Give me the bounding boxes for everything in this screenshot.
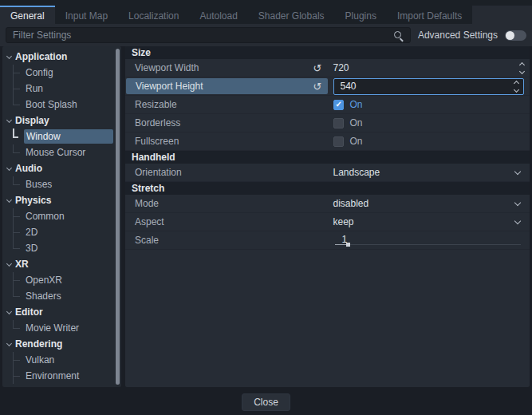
sidebar-item-rendering[interactable]: Rendering	[2, 336, 115, 352]
fullscreen-checkbox[interactable]	[333, 136, 344, 147]
sidebar-item-3d[interactable]: 3D	[2, 240, 115, 256]
sidebar-item-2d[interactable]: 2D	[2, 224, 115, 240]
tree-child-label: Boot Splash	[26, 99, 77, 110]
setting-label-cell: Resizable	[125, 96, 328, 113]
spinner-icon[interactable]	[514, 81, 518, 92]
revert-icon[interactable]: ↺	[313, 81, 322, 92]
advanced-settings-label: Advanced Settings	[418, 30, 498, 41]
sidebar-item-run[interactable]: Run	[2, 81, 115, 97]
tree-child-label: Config	[26, 67, 53, 78]
stretch-mode-dropdown[interactable]: disabled	[328, 195, 530, 212]
setting-row-fullscreen: Fullscreen On	[125, 132, 530, 151]
tree-root-label: Editor	[15, 306, 43, 318]
chevron-down-icon[interactable]	[6, 196, 12, 202]
setting-label: Fullscreen	[135, 136, 179, 147]
scale-slider[interactable]: 1	[333, 231, 523, 249]
section-header-size: Size	[125, 46, 530, 59]
tree-child-label: 3D	[26, 243, 37, 254]
dropdown-value: disabled	[333, 198, 369, 209]
slider-track[interactable]	[335, 244, 522, 245]
sidebar-item-environment[interactable]: Environment	[2, 368, 115, 384]
orientation-dropdown[interactable]: Landscape	[328, 164, 530, 181]
viewport-height-input[interactable]	[336, 80, 384, 93]
sidebar-item-movie-writer[interactable]: Movie Writer	[2, 320, 115, 336]
sidebar-item-application[interactable]: Application	[2, 49, 115, 65]
chevron-down-icon[interactable]	[6, 53, 12, 58]
stretch-aspect-dropdown[interactable]: keep	[328, 213, 530, 231]
tab-shader-globals[interactable]: Shader Globals	[248, 6, 335, 24]
sidebar-item-buses[interactable]: Buses	[2, 176, 115, 192]
tree-guide	[13, 176, 24, 192]
chevron-down-icon[interactable]	[6, 308, 12, 314]
dialog-footer: Close	[0, 387, 532, 415]
sidebar-item-xr[interactable]: XR	[2, 256, 115, 272]
sidebar-item-audio[interactable]: Audio	[2, 160, 115, 176]
setting-row-aspect: Aspect keep	[125, 213, 530, 231]
setting-label: Scale	[135, 235, 159, 246]
tab-input-map[interactable]: Input Map	[55, 6, 118, 24]
settings-category-tree: Application Config Run Boot Splash Displ…	[2, 46, 121, 387]
chevron-down-icon[interactable]	[6, 117, 12, 122]
setting-row-scale: Scale 1	[125, 231, 530, 250]
setting-value-cell[interactable]: 720	[328, 59, 530, 77]
sidebar-item-boot-splash[interactable]: Boot Splash	[2, 97, 115, 113]
tree-root-label: Audio	[15, 163, 42, 174]
tree-root-label: Application	[15, 51, 67, 62]
chevron-down-icon[interactable]	[6, 260, 12, 266]
setting-label-cell: Scale	[125, 231, 328, 249]
setting-label: Mode	[135, 198, 159, 209]
setting-label: Orientation	[135, 167, 182, 178]
setting-label-cell: Aspect	[125, 213, 328, 231]
tree-guide	[13, 97, 24, 113]
resizable-checkbox[interactable]	[333, 100, 344, 110]
setting-label-cell: Mode	[125, 195, 328, 212]
viewport-width-value[interactable]: 720	[333, 62, 349, 73]
tab-bar: General Input Map Localization Autoload …	[0, 6, 532, 24]
sidebar-scrollbar[interactable]	[116, 49, 120, 385]
slider-grabber[interactable]	[346, 243, 350, 247]
filter-settings-box	[6, 27, 411, 43]
sidebar-item-common[interactable]: Common	[2, 208, 115, 224]
toggle-knob-icon	[506, 31, 514, 40]
tab-localization[interactable]: Localization	[118, 6, 189, 24]
sidebar-item-shaders[interactable]: Shaders	[2, 288, 115, 304]
setting-label-cell: Viewport Height ↺	[126, 78, 328, 94]
tab-general[interactable]: General	[0, 6, 55, 24]
sidebar-item-config[interactable]: Config	[2, 65, 115, 81]
tab-autoload[interactable]: Autoload	[189, 6, 247, 24]
setting-value-cell: 1	[328, 231, 530, 249]
sidebar-item-editor[interactable]: Editor	[2, 304, 115, 320]
sidebar-item-physics[interactable]: Physics	[2, 192, 115, 208]
sidebar-item-vulkan[interactable]: Vulkan	[2, 352, 115, 368]
setting-value-cell: On	[328, 132, 530, 150]
sidebar-item-display[interactable]: Display	[2, 113, 115, 128]
tree-guide	[13, 320, 24, 336]
chevron-down-icon[interactable]	[6, 164, 12, 170]
tree-root-label: Display	[15, 115, 49, 126]
chevron-down-icon[interactable]	[6, 340, 12, 346]
tree-guide	[13, 368, 24, 384]
setting-label: Viewport Width	[135, 62, 199, 73]
tab-import-defaults[interactable]: Import Defaults	[387, 6, 472, 24]
chevron-down-icon	[514, 168, 521, 174]
setting-row-viewport-height: Viewport Height ↺	[125, 77, 530, 96]
tab-plugins[interactable]: Plugins	[335, 6, 387, 24]
tree-child-label: Mouse Cursor	[26, 147, 85, 158]
tree-guide	[13, 240, 24, 256]
sidebar-item-openxr[interactable]: OpenXR	[2, 272, 115, 288]
tree-child-label: Common	[26, 211, 65, 222]
filter-settings-input[interactable]	[6, 30, 410, 41]
tree-guide	[13, 272, 24, 288]
tree-child-label: OpenXR	[26, 275, 62, 286]
advanced-settings-toggle[interactable]	[505, 30, 526, 41]
project-settings-content: Application Config Run Boot Splash Displ…	[0, 46, 532, 387]
tree-child-label: Movie Writer	[26, 322, 79, 334]
tab-strip: General Input Map Localization Autoload …	[0, 6, 472, 24]
revert-icon[interactable]: ↺	[313, 63, 322, 73]
sidebar-item-mouse-cursor[interactable]: Mouse Cursor	[2, 144, 115, 160]
setting-label-cell: Borderless	[125, 114, 328, 132]
spinner-icon[interactable]	[520, 63, 524, 73]
borderless-checkbox[interactable]	[333, 118, 344, 128]
sidebar-item-window[interactable]: Window	[2, 128, 115, 144]
close-button[interactable]: Close	[242, 393, 290, 411]
